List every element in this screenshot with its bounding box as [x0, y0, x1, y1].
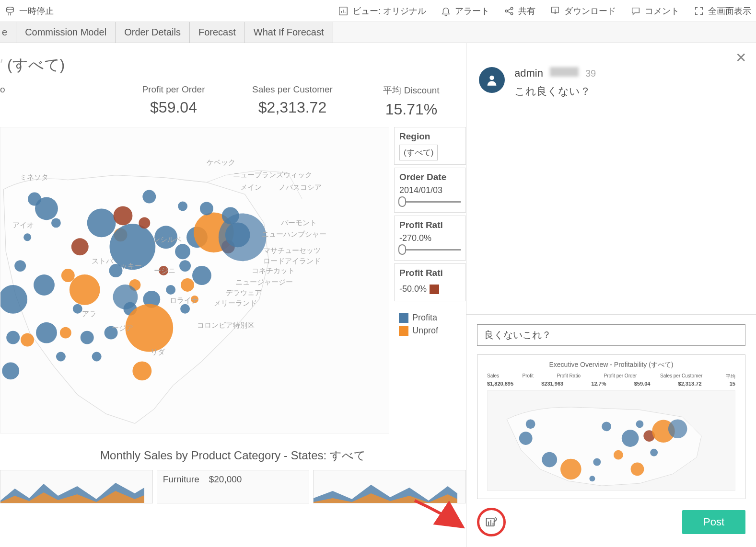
comment-button[interactable]: コメント — [630, 5, 679, 17]
map-label: ッキー — [120, 262, 142, 271]
monthly-cell-furniture[interactable]: Furniture $20,000 — [157, 470, 310, 503]
tab-0[interactable]: e — [0, 22, 16, 43]
svg-point-8 — [51, 218, 61, 228]
svg-point-51 — [132, 361, 151, 380]
view-button[interactable]: ビュー: オリジナル — [338, 5, 426, 17]
svg-point-39 — [192, 266, 211, 285]
filter-label: Profit Rati — [399, 220, 461, 230]
svg-point-57 — [526, 419, 535, 429]
legend-swatch-blue — [399, 313, 408, 323]
order-date-filter: Order Date 2014/01/03 — [394, 168, 466, 213]
svg-point-18 — [87, 208, 116, 237]
svg-point-12 — [6, 331, 20, 344]
svg-point-10 — [14, 260, 26, 272]
filter-label: Profit Rati — [399, 268, 461, 278]
monthly-cell-0[interactable] — [0, 470, 153, 503]
svg-point-58 — [519, 432, 533, 445]
dashboard-area: ′ (すべて) o Profit per Order $59.04 Sales … — [0, 43, 466, 547]
profit-ratio-value: -270.0% — [399, 233, 461, 243]
snapshot-preview: Executive Overview - Profitability (すべて)… — [477, 354, 745, 499]
tab-commission-model[interactable]: Commission Model — [16, 22, 116, 43]
map-label: ンシルベ — [153, 235, 182, 244]
svg-point-14 — [34, 274, 55, 296]
svg-point-13 — [2, 362, 19, 379]
svg-point-40 — [179, 260, 191, 272]
user-icon — [485, 73, 499, 87]
download-button[interactable]: ダウンロード — [550, 5, 616, 17]
map-label: リダ — [151, 348, 165, 357]
comment-input[interactable] — [477, 324, 745, 346]
svg-point-69 — [650, 449, 658, 456]
snapshot-kpi-values: $1,820,895 $231,963 12.7% $59.04 $2,313.… — [487, 381, 735, 387]
map-label: アラ — [82, 309, 96, 319]
comment-author: admin — [514, 67, 543, 80]
kpi-row: o Profit per Order $59.04 Sales per Cust… — [0, 84, 466, 127]
region-filter: Region (すべて) — [394, 127, 466, 165]
kpi-profit-per-order: Profit per Order $59.04 — [119, 84, 228, 118]
snapshot-map — [487, 390, 735, 491]
share-button[interactable]: 共有 — [504, 5, 535, 17]
svg-point-2 — [505, 10, 508, 12]
svg-point-15 — [61, 269, 75, 282]
svg-point-56 — [489, 76, 494, 80]
tab-whatif-forecast[interactable]: What If Forecast — [245, 22, 333, 43]
bell-icon — [441, 6, 451, 16]
download-label: ダウンロード — [564, 5, 616, 17]
fullscreen-label: 全画面表示 — [708, 5, 751, 17]
tab-forecast[interactable]: Forecast — [190, 22, 245, 43]
svg-point-49 — [56, 352, 66, 362]
kpi-label: 平均 Discount — [357, 84, 466, 97]
monthly-value: $20,000 — [209, 474, 242, 485]
comments-panel: ✕ admin 39 これ良くない？ — [466, 43, 756, 547]
svg-point-53 — [73, 304, 82, 314]
map-label: ニュージャージー — [235, 278, 293, 287]
filter-label: Region — [399, 131, 461, 142]
svg-point-24 — [175, 244, 190, 259]
svg-point-48 — [21, 333, 34, 347]
map-label: アイオ — [12, 221, 34, 230]
map-label: ノバスコシア — [279, 183, 322, 192]
svg-point-63 — [622, 430, 639, 447]
svg-point-62 — [614, 450, 623, 460]
share-label: 共有 — [518, 5, 535, 17]
comment-time: 39 — [585, 68, 596, 79]
svg-point-33 — [142, 190, 156, 204]
color-swatch — [430, 285, 439, 294]
alert-button[interactable]: アラート — [441, 5, 489, 17]
svg-point-50 — [92, 352, 102, 362]
svg-point-47 — [36, 322, 57, 343]
map-label: メリーランド — [214, 299, 257, 308]
avatar — [479, 67, 505, 93]
svg-point-7 — [35, 197, 58, 220]
tab-order-details[interactable]: Order Details — [116, 22, 190, 43]
svg-point-46 — [60, 327, 71, 339]
close-button[interactable]: ✕ — [735, 50, 746, 66]
map-label: コロンビア特別区 — [197, 321, 255, 330]
alert-label: アラート — [455, 5, 489, 17]
fullscreen-button[interactable]: 全画面表示 — [694, 5, 751, 17]
comment-label: コメント — [645, 5, 679, 17]
svg-point-0 — [7, 7, 14, 10]
order-date-slider[interactable] — [399, 201, 461, 203]
svg-point-30 — [222, 207, 239, 224]
profit-ratio-slider[interactable] — [399, 249, 461, 251]
svg-point-66 — [668, 419, 687, 438]
region-select[interactable]: (すべて) — [399, 145, 438, 160]
snapshot-attach-icon — [485, 515, 498, 529]
comment-text: これ良くない？ — [514, 84, 744, 99]
post-button[interactable]: Post — [682, 510, 745, 534]
tab-bar: e Commission Model Order Details Forecas… — [0, 22, 756, 43]
attach-snapshot-button[interactable] — [477, 508, 506, 536]
profit-ratio-color-filter: Profit Rati -50.0% — [394, 263, 466, 301]
map-label: ニューハンプシャー — [262, 230, 326, 239]
kpi-label: Sales per Customer — [238, 84, 347, 95]
pause-button[interactable]: 一時停止 — [5, 5, 54, 17]
order-date-value: 2014/01/03 — [399, 185, 461, 195]
pause-label: 一時停止 — [19, 5, 54, 17]
sparkline-icon — [0, 479, 144, 503]
share-icon — [504, 6, 514, 16]
svg-point-70 — [631, 463, 644, 476]
map-chart[interactable]: ミネソタ アイオ ニューブランズウィック メイン ノバスコシア ケベック バーモ… — [0, 127, 389, 433]
view-label: ビュー: オリジナル — [352, 5, 426, 17]
kpi-label: o — [0, 84, 109, 95]
